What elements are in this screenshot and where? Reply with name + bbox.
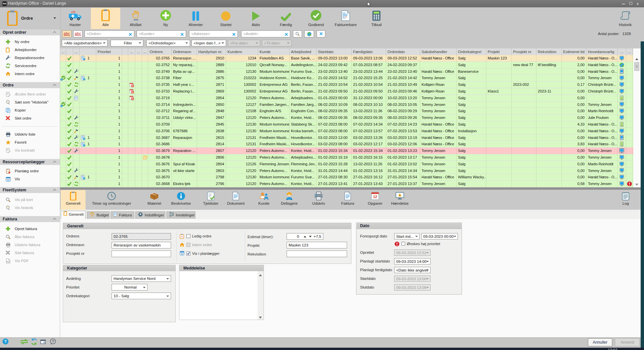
svg-text:12: 12: [7, 178, 9, 181]
svg-text:?: ?: [52, 339, 54, 343]
svg-text:?: ?: [4, 339, 7, 344]
svg-text:PDF: PDF: [7, 261, 10, 263]
svg-text:12: 12: [181, 252, 183, 255]
svg-text:?: ?: [181, 235, 183, 238]
